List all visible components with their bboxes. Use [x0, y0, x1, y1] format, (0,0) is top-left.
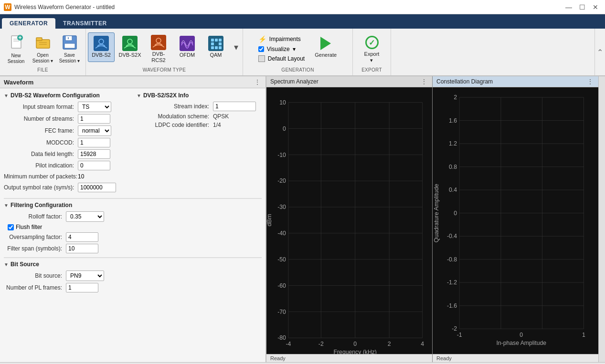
visualize-arrow: ▾: [293, 46, 296, 52]
svg-text:0: 0: [454, 210, 457, 217]
svg-rect-28: [211, 46, 214, 49]
dvbrcs2-button[interactable]: DVB-RCS2: [145, 32, 172, 66]
svg-text:+: +: [18, 35, 21, 41]
output-symbol-rate-input[interactable]: [78, 183, 116, 192]
spectrum-svg: 10 0 -10 -20 -30 -40 -50 -60 -70 -80 -4 …: [266, 87, 432, 354]
save-session-button[interactable]: SaveSession ▾: [57, 32, 82, 66]
svg-text:Frequency (kHz): Frequency (kHz): [334, 349, 377, 354]
dvbs2x-button[interactable]: DVB-S2X: [117, 32, 143, 62]
open-session-button[interactable]: OpenSession ▾: [31, 32, 55, 66]
export-button[interactable]: ✓ Export▾: [357, 32, 387, 66]
constellation-title: Constellation Diagram: [436, 78, 493, 85]
info-collapse-arrow: ▼: [137, 93, 141, 98]
ribbon-section-waveform: DVB-S2 DVB-S2X: [86, 29, 243, 75]
waveform-panel: Waveform ⋮ ▼ DVB-S2 Waveform Configurati…: [0, 76, 266, 362]
visualize-checkbox[interactable]: [258, 46, 264, 52]
tab-generator[interactable]: GENERATOR: [2, 18, 55, 29]
save-session-label: SaveSession ▾: [59, 52, 80, 64]
svg-text:0: 0: [283, 125, 286, 132]
dvbs2x-label: DVB-S2X: [118, 52, 141, 58]
input-stream-format-row: Input stream format: TS: [4, 102, 129, 112]
dvbs2-config-section: ▼ DVB-S2 Waveform Configuration Input st…: [4, 92, 262, 194]
bit-source-section: ▼ Bit Source Bit source: PN9 PN15 PN23 N…: [4, 261, 262, 292]
minimize-button[interactable]: —: [563, 2, 574, 12]
title-bar: W Wireless Waveform Generator - untitled…: [0, 0, 605, 14]
visualize-item[interactable]: Visualize ▾: [255, 45, 308, 53]
modcod-input[interactable]: [78, 138, 110, 147]
flush-filter-label: Flush filter: [16, 224, 42, 230]
svg-rect-27: [219, 42, 222, 45]
dvbs2-button[interactable]: DVB-S2: [88, 32, 115, 62]
num-pl-frames-row: Number of PL frames:: [4, 283, 262, 292]
dvbs2-config-title: DVB-S2 Waveform Configuration: [11, 92, 100, 99]
data-field-length-label: Data field length:: [4, 151, 78, 157]
number-of-streams-row: Number of streams:: [4, 114, 129, 124]
new-session-button[interactable]: + NewSession: [4, 32, 29, 67]
filtering-header[interactable]: ▼ Filtering Configuration: [4, 202, 262, 208]
new-session-icon: +: [10, 35, 23, 52]
spectrum-footer: Ready: [266, 354, 432, 362]
title-bar-controls: — ☐ ✕: [563, 2, 601, 12]
oversampling-input[interactable]: [66, 232, 98, 242]
svg-text:W: W: [5, 4, 11, 10]
file-buttons: + NewSession OpenSession ▾: [4, 31, 82, 67]
qam-button[interactable]: QAM: [202, 32, 229, 62]
data-field-length-row: Data field length:: [4, 149, 129, 159]
ldpc-code-label: LDPC code identifier:: [137, 122, 213, 128]
min-packets-label: Minimum number of packets:: [4, 173, 78, 180]
svg-text:Quadrature Amplitude: Quadrature Amplitude: [433, 184, 440, 242]
maximize-button[interactable]: ☐: [576, 2, 588, 12]
default-layout-icon: [258, 55, 265, 62]
filtering-section: ▼ Filtering Configuration Rolloff factor…: [4, 202, 262, 253]
spectrum-menu-button[interactable]: ⋮: [420, 78, 428, 85]
flush-filter-row: Flush filter: [4, 224, 262, 230]
impairments-item[interactable]: ⚡ Impairments: [255, 34, 308, 44]
waveform-panel-menu-button[interactable]: ⋮: [253, 78, 262, 86]
pilot-indication-input[interactable]: [78, 161, 110, 170]
pilot-indication-label: Pilot indication:: [4, 162, 78, 169]
number-of-streams-input[interactable]: [78, 114, 110, 124]
filter-span-row: Filter span (symbols):: [4, 244, 262, 253]
filtering-collapse-arrow: ▼: [4, 203, 9, 208]
right-scrollbar[interactable]: [598, 76, 605, 362]
svg-text:0: 0: [353, 341, 357, 347]
bit-source-row: Bit source: PN9 PN15 PN23: [4, 270, 262, 281]
svg-text:0: 0: [520, 332, 523, 338]
svg-text:4: 4: [421, 341, 424, 347]
bit-source-select[interactable]: PN9 PN15 PN23: [66, 270, 104, 281]
num-pl-frames-label: Number of PL frames:: [4, 284, 66, 291]
output-symbol-rate-row: Output symbol rate (sym/s):: [4, 183, 129, 192]
bit-source-title: Bit Source: [11, 261, 39, 268]
generate-button[interactable]: Generate: [311, 32, 340, 62]
svg-text:2: 2: [454, 94, 457, 101]
modcod-row: MODCOD:: [4, 138, 129, 147]
ofdm-button[interactable]: OFDM: [174, 32, 201, 62]
input-stream-format-select[interactable]: TS: [78, 102, 111, 112]
bit-source-label: Bit source:: [4, 272, 66, 279]
data-field-length-input[interactable]: [78, 149, 110, 159]
constellation-menu-button[interactable]: ⋮: [586, 78, 594, 85]
app-icon: W: [4, 3, 11, 11]
bit-source-header[interactable]: ▼ Bit Source: [4, 261, 262, 268]
flush-filter-checkbox[interactable]: [8, 224, 14, 230]
fec-frame-select[interactable]: normal: [78, 125, 111, 136]
dvbs2-config-header[interactable]: ▼ DVB-S2 Waveform Configuration: [4, 92, 129, 99]
more-waveforms-button[interactable]: ▾: [231, 32, 241, 62]
file-section-label: FILE: [37, 67, 48, 73]
close-button[interactable]: ✕: [590, 2, 601, 12]
dvbs2-info-header[interactable]: ▼ DVB-S2/S2X Info: [137, 92, 262, 99]
ribbon-collapse-button[interactable]: ⌃: [597, 48, 603, 57]
qam-label: QAM: [210, 52, 222, 58]
svg-text:-2: -2: [452, 325, 457, 332]
stream-index-input[interactable]: [213, 102, 256, 111]
filter-span-input[interactable]: [66, 244, 98, 253]
stream-index-row: Stream index:: [137, 102, 262, 111]
default-layout-item[interactable]: Default Layout: [255, 54, 308, 63]
svg-text:-4: -4: [286, 341, 291, 347]
tab-transmitter[interactable]: TRANSMITTER: [55, 18, 115, 29]
rolloff-select[interactable]: 0.35 0.25 0.20: [66, 211, 104, 222]
num-pl-frames-input[interactable]: [66, 283, 98, 292]
ribbon-scroll: ⌃: [594, 29, 605, 75]
save-session-icon: [62, 35, 77, 52]
svg-rect-13: [64, 43, 75, 48]
